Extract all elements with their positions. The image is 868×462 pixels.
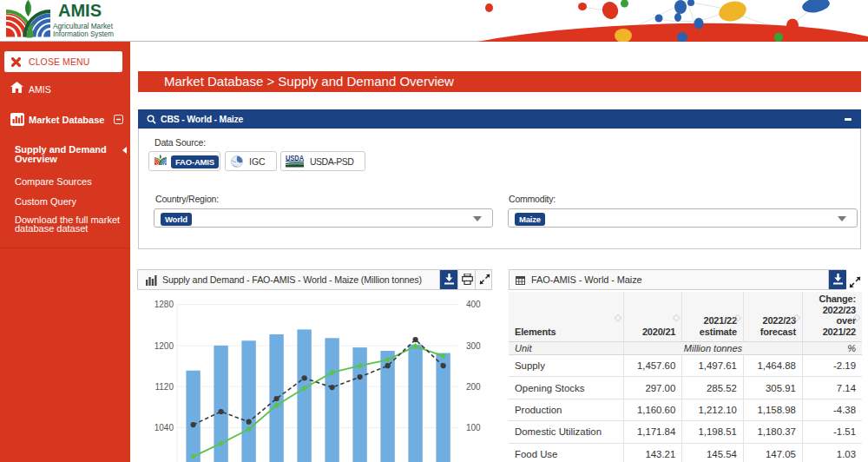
svg-text:200: 200 [466, 382, 481, 392]
svg-text:1200: 1200 [155, 341, 174, 351]
svg-text:Information System: Information System [53, 29, 114, 38]
svg-text:AMIS: AMIS [58, 1, 102, 20]
svg-text:1040: 1040 [155, 423, 174, 432]
svg-text:1280: 1280 [155, 300, 174, 309]
svg-text:400: 400 [466, 300, 481, 309]
svg-text:USDA: USDA [286, 154, 304, 162]
svg-text:1120: 1120 [155, 382, 174, 392]
svg-text:300: 300 [466, 341, 481, 351]
svg-text:100: 100 [466, 423, 481, 432]
